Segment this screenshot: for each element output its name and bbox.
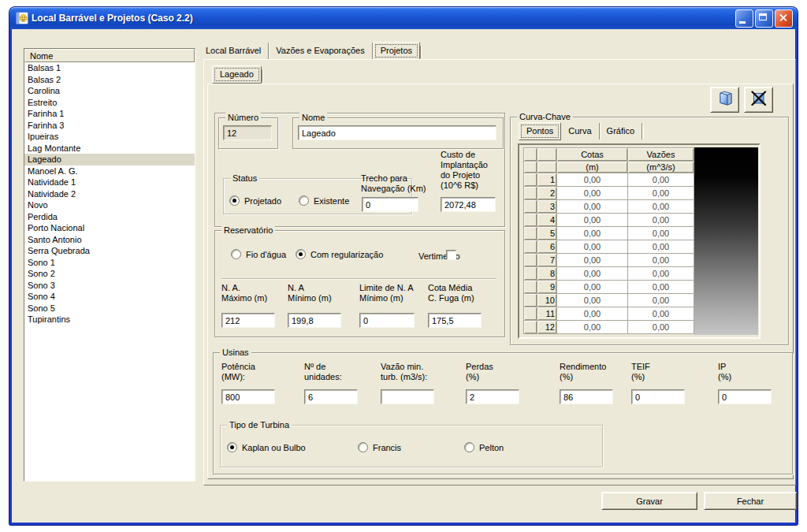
row-selector-cell[interactable]: [524, 227, 537, 240]
tab-local-barravel[interactable]: Local Barrável: [199, 43, 269, 59]
vertimento-checkbox[interactable]: [446, 250, 456, 260]
row-selector-cell[interactable]: [524, 294, 537, 307]
vazoes-cell[interactable]: 0,00: [628, 173, 694, 187]
cotas-cell[interactable]: 0,00: [557, 307, 628, 321]
gravar-button[interactable]: Gravar: [601, 492, 697, 510]
row-selector-cell[interactable]: [524, 321, 537, 334]
list-item-perdida[interactable]: Perdida: [24, 211, 195, 223]
radio-francis[interactable]: Francis: [358, 442, 401, 452]
vazoes-cell[interactable]: 0,00: [628, 321, 694, 334]
list-item-natividade-2[interactable]: Natividade 2: [24, 188, 195, 200]
list-item-lag-montante[interactable]: Lag Montante: [24, 143, 195, 154]
cotas-cell[interactable]: 0,00: [557, 240, 628, 254]
row-number-cell[interactable]: 8: [537, 267, 557, 281]
list-item-sono-2[interactable]: Sono 2: [24, 268, 195, 280]
maximize-button[interactable]: [755, 9, 773, 28]
teif-input[interactable]: [631, 389, 685, 404]
radio-com-regularizacao[interactable]: Com regularização: [296, 249, 383, 259]
page-button[interactable]: [710, 87, 739, 113]
list-item-carolina[interactable]: Carolina: [24, 85, 195, 97]
list-item-sono-1[interactable]: Sono 1: [24, 257, 195, 269]
row-number-cell[interactable]: 1: [537, 173, 557, 187]
row-selector-cell[interactable]: [524, 187, 537, 200]
radio-projetado[interactable]: Projetado: [229, 195, 281, 206]
radio-fio-d-agua[interactable]: Fio d'água: [231, 249, 286, 259]
cotas-cell[interactable]: 0,00: [557, 267, 628, 281]
cotas-cell[interactable]: 0,00: [557, 227, 628, 240]
curva-tab-curva[interactable]: Curva: [561, 123, 599, 140]
list-item-balsas-1[interactable]: Balsas 1: [24, 62, 195, 74]
row-number-cell[interactable]: 10: [537, 294, 557, 307]
list-item-tupirantins[interactable]: Tupirantins: [24, 314, 195, 326]
rendimento-input[interactable]: [560, 389, 613, 404]
cotas-cell[interactable]: 0,00: [557, 254, 628, 267]
tab-projetos[interactable]: Projetos: [373, 42, 420, 60]
list-item-lageado[interactable]: Lageado: [24, 154, 195, 166]
vazao-min-input[interactable]: [381, 389, 434, 404]
radio-kaplan-ou-bulbo[interactable]: Kaplan ou Bulbo: [227, 442, 306, 452]
vazoes-cell[interactable]: 0,00: [628, 227, 694, 240]
vazoes-cell[interactable]: 0,00: [628, 281, 694, 294]
fechar-button[interactable]: Fechar: [704, 492, 797, 510]
limite-de-n-a-input[interactable]: [359, 313, 415, 328]
list-item-natividade-1[interactable]: Natividade 1: [24, 177, 195, 188]
row-number-cell[interactable]: 5: [537, 227, 557, 240]
vazoes-cell[interactable]: 0,00: [628, 294, 694, 307]
radio-pelton[interactable]: Pelton: [464, 442, 504, 452]
vazoes-cell[interactable]: 0,00: [628, 240, 694, 254]
perdas-input[interactable]: [466, 389, 519, 404]
vazoes-cell[interactable]: 0,00: [628, 254, 694, 267]
vazoes-cell[interactable]: 0,00: [628, 267, 694, 281]
cotas-cell[interactable]: 0,00: [557, 187, 628, 200]
radio-existente[interactable]: Existente: [299, 195, 349, 206]
minimize-button[interactable]: [735, 9, 753, 28]
nome-input[interactable]: [298, 125, 496, 140]
list-item-farinha-1[interactable]: Farinha 1: [24, 108, 195, 120]
n-a-input[interactable]: [221, 313, 275, 328]
delete-button[interactable]: [744, 87, 773, 113]
list-item-balsas-2[interactable]: Balsas 2: [24, 74, 195, 86]
list-item-santo-antonio[interactable]: Santo Antonio: [24, 234, 195, 246]
vazoes-cell[interactable]: 0,00: [628, 214, 694, 227]
list-item-serra-quebrada[interactable]: Serra Quebrada: [24, 245, 195, 257]
potencia-input[interactable]: [221, 389, 275, 404]
row-selector-cell[interactable]: [524, 214, 537, 227]
close-button[interactable]: [775, 9, 793, 28]
row-number-cell[interactable]: 6: [537, 240, 557, 254]
cotas-cell[interactable]: 0,00: [557, 294, 628, 307]
row-number-cell[interactable]: 9: [537, 281, 557, 294]
row-number-cell[interactable]: 12: [537, 321, 557, 334]
n-a-input[interactable]: [288, 313, 341, 328]
list-item-novo[interactable]: Novo: [24, 199, 195, 211]
cotas-cell[interactable]: 0,00: [557, 281, 628, 294]
titlebar[interactable]: Local Barrável e Projetos (Caso 2.2): [9, 7, 798, 29]
cotas-cell[interactable]: 0,00: [557, 214, 628, 227]
cotas-cell[interactable]: 0,00: [557, 200, 628, 214]
row-number-cell[interactable]: 3: [537, 200, 557, 214]
list-item-manoel-a-g[interactable]: Manoel A. G.: [24, 166, 195, 177]
cota-media-input[interactable]: [428, 313, 482, 328]
curva-tab-grafico[interactable]: Gráfico: [600, 123, 642, 140]
vazoes-cell[interactable]: 0,00: [628, 200, 694, 214]
row-selector-cell[interactable]: [524, 281, 537, 294]
vazoes-cell[interactable]: 0,00: [628, 187, 694, 200]
list-item-ipueiras[interactable]: Ipueiras: [24, 131, 195, 143]
name-list-header[interactable]: Nome: [24, 49, 195, 62]
row-selector-cell[interactable]: [524, 254, 537, 267]
curva-tab-pontos[interactable]: Pontos: [519, 122, 561, 140]
trecho-navegacao-input[interactable]: [362, 197, 418, 212]
cotas-column-header[interactable]: Cotas: [557, 148, 628, 162]
list-item-sono-4[interactable]: Sono 4: [24, 291, 195, 303]
row-number-cell[interactable]: 2: [537, 187, 557, 200]
n-de-input[interactable]: [304, 389, 358, 404]
vazoes-cell[interactable]: 0,00: [628, 307, 694, 321]
list-item-estreito[interactable]: Estreito: [24, 97, 195, 109]
cotas-cell[interactable]: 0,00: [557, 173, 628, 187]
list-item-porto-nacional[interactable]: Porto Nacional: [24, 222, 195, 234]
row-number-cell[interactable]: 7: [537, 254, 557, 267]
row-number-cell[interactable]: 4: [537, 214, 557, 227]
subtab-lageado[interactable]: Lageado: [212, 65, 262, 84]
list-item-sono-5[interactable]: Sono 5: [24, 303, 195, 314]
tab-vazoes-e-evaporacoes[interactable]: Vazões e Evaporações: [269, 43, 372, 59]
custo-implantacao-input[interactable]: [441, 197, 496, 212]
